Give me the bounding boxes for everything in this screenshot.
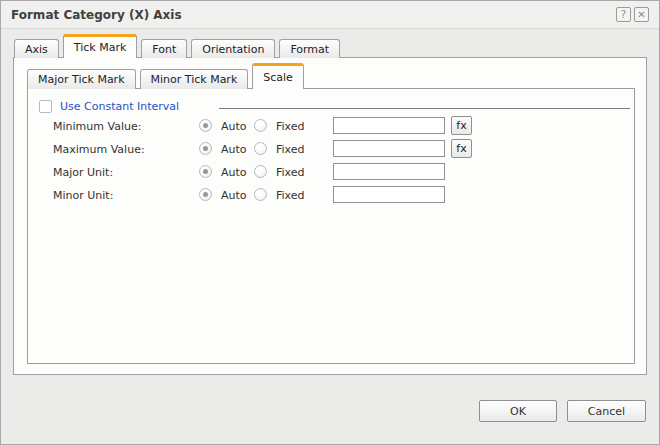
maximum-value-fixed-radio[interactable] (254, 142, 267, 155)
minor-unit-fixed-label[interactable]: Fixed (276, 189, 305, 202)
major-unit-fixed-radio[interactable] (254, 165, 267, 178)
ok-button[interactable]: OK (479, 400, 557, 422)
window-buttons: ? ✕ (616, 7, 649, 22)
minimum-value-label: Minimum Value: (53, 120, 141, 133)
minimum-value-auto-label[interactable]: Auto (221, 120, 247, 133)
major-unit-input[interactable] (333, 163, 445, 180)
minor-unit-fixed-radio[interactable] (254, 188, 267, 201)
tab-orientation[interactable]: Orientation (191, 39, 275, 58)
major-unit-auto-label[interactable]: Auto (221, 166, 247, 179)
minimum-value-fixed-radio[interactable] (254, 119, 267, 132)
maximum-value-auto-radio[interactable] (199, 142, 212, 155)
tab-font[interactable]: Font (141, 39, 187, 58)
tabs-level1: Axis Tick Mark Font Orientation Format (14, 34, 340, 58)
scale-panel: Use Constant Interval Minimum Value: Aut… (27, 88, 635, 364)
minor-unit-row: Minor Unit: Auto Fixed (28, 185, 634, 207)
tabs-level2: Major Tick Mark Minor Tick Mark Scale (27, 63, 304, 89)
minimum-value-row: Minimum Value: Auto Fixed fx (28, 116, 634, 138)
tab-axis[interactable]: Axis (14, 39, 59, 58)
group-separator (219, 108, 630, 109)
maximum-value-row: Maximum Value: Auto Fixed fx (28, 139, 634, 161)
maximum-value-auto-label[interactable]: Auto (221, 143, 247, 156)
minor-unit-auto-radio[interactable] (199, 188, 212, 201)
maximum-value-input[interactable] (333, 140, 445, 157)
minor-unit-input[interactable] (333, 186, 445, 203)
minor-unit-label: Minor Unit: (53, 189, 113, 202)
maximum-value-fixed-label[interactable]: Fixed (276, 143, 305, 156)
constant-interval-row: Use Constant Interval (28, 98, 634, 116)
tab-minor-tick-mark[interactable]: Minor Tick Mark (140, 69, 249, 89)
help-icon[interactable]: ? (616, 7, 631, 22)
minor-unit-auto-label[interactable]: Auto (221, 189, 247, 202)
close-icon[interactable]: ✕ (634, 7, 649, 22)
tab-format[interactable]: Format (279, 39, 340, 58)
use-constant-interval-label[interactable]: Use Constant Interval (60, 100, 179, 113)
tab-scale[interactable]: Scale (252, 63, 304, 89)
minimum-value-auto-radio[interactable] (199, 119, 212, 132)
tick-mark-panel: Major Tick Mark Minor Tick Mark Scale Us… (13, 57, 647, 375)
major-unit-label: Major Unit: (53, 166, 113, 179)
maximum-value-label: Maximum Value: (53, 143, 145, 156)
tab-major-tick-mark[interactable]: Major Tick Mark (27, 69, 136, 89)
minimum-value-fixed-label[interactable]: Fixed (276, 120, 305, 133)
minimum-value-fx-button[interactable]: fx (451, 116, 472, 135)
major-unit-fixed-label[interactable]: Fixed (276, 166, 305, 179)
dialog-titlebar: Format Category (X) Axis ? ✕ (1, 1, 659, 29)
tab-tick-mark[interactable]: Tick Mark (63, 34, 137, 58)
dialog-title: Format Category (X) Axis (11, 8, 182, 22)
format-axis-dialog: Format Category (X) Axis ? ✕ Axis Tick M… (0, 0, 660, 445)
cancel-button[interactable]: Cancel (567, 400, 646, 422)
use-constant-interval-checkbox[interactable] (39, 100, 52, 113)
major-unit-auto-radio[interactable] (199, 165, 212, 178)
major-unit-row: Major Unit: Auto Fixed (28, 162, 634, 184)
maximum-value-fx-button[interactable]: fx (451, 139, 472, 158)
minimum-value-input[interactable] (333, 117, 445, 134)
